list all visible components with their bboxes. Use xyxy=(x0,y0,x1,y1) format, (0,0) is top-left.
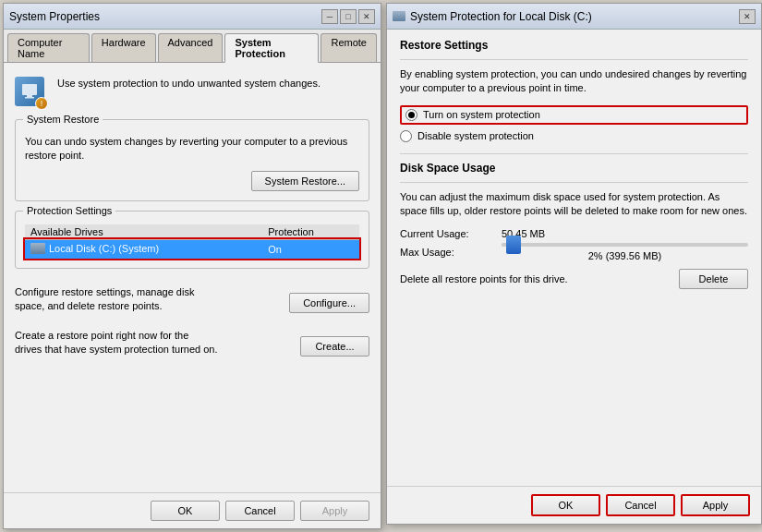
disk-icon xyxy=(30,243,45,254)
intro-area: ! Use system protection to undo unwanted… xyxy=(15,72,369,119)
divider-3 xyxy=(400,182,748,183)
tab-bar: Computer Name Hardware Advanced System P… xyxy=(4,30,381,63)
maximize-button[interactable]: □ xyxy=(340,9,357,24)
current-usage-label: Current Usage: xyxy=(400,228,492,239)
configure-desc: Configure restore settings, manage disk … xyxy=(15,285,218,314)
radio-turn-on-circle xyxy=(405,109,417,121)
minimize-button[interactable]: ─ xyxy=(321,9,338,24)
protection-cell: On xyxy=(262,239,359,259)
left-title-bar: System Properties ─ □ ✕ xyxy=(4,4,381,30)
configure-button[interactable]: Configure... xyxy=(289,293,369,313)
computer-icon xyxy=(20,82,39,101)
create-button[interactable]: Create... xyxy=(300,336,369,357)
close-button[interactable]: ✕ xyxy=(358,9,375,24)
slider-wrapper: 2% (399.56 MB) xyxy=(502,243,748,261)
restore-settings-desc: By enabling system protection, you can u… xyxy=(400,67,748,96)
divider-1 xyxy=(400,59,748,60)
radio-turn-on[interactable]: Turn on system protection xyxy=(400,105,748,125)
radio-disable[interactable]: Disable system protection xyxy=(400,130,748,142)
system-restore-desc: You can undo system changes by reverting… xyxy=(25,135,359,163)
intro-text: Use system protection to undo unwanted s… xyxy=(57,77,321,91)
restore-settings-title: Restore Settings xyxy=(400,39,748,52)
configure-row: Configure restore settings, manage disk … xyxy=(15,285,369,321)
system-properties-dialog: System Properties ─ □ ✕ Computer Name Ha… xyxy=(3,3,381,529)
disk-space-desc: You can adjust the maximum disk space us… xyxy=(400,190,748,219)
system-restore-label: System Restore xyxy=(23,114,103,125)
delete-text: Delete all restore points for this drive… xyxy=(400,273,568,284)
system-icon-badge: ! xyxy=(35,97,48,110)
drive-cell: Local Disk (C:) (System) xyxy=(25,239,262,259)
radio-disable-label: Disable system protection xyxy=(417,130,534,141)
right-cancel-button[interactable]: Cancel xyxy=(606,494,675,516)
right-ok-button[interactable]: OK xyxy=(531,494,600,516)
delete-row: Delete all restore points for this drive… xyxy=(400,269,748,289)
create-desc: Create a restore point right now for the… xyxy=(15,329,218,357)
tab-remote[interactable]: Remote xyxy=(321,33,377,62)
left-dialog-title-text: System Properties xyxy=(9,10,100,23)
right-dialog-footer: OK Cancel Apply xyxy=(387,486,761,524)
max-usage-label: Max Usage: xyxy=(400,247,492,258)
max-usage-row: Max Usage: 2% (399.56 MB) xyxy=(400,243,748,261)
tab-system-protection[interactable]: System Protection xyxy=(224,33,319,63)
tab-hardware[interactable]: Hardware xyxy=(91,33,156,62)
right-close-button[interactable]: ✕ xyxy=(739,9,756,24)
left-ok-button[interactable]: OK xyxy=(151,501,220,521)
system-icon: ! xyxy=(15,77,48,110)
right-apply-button[interactable]: Apply xyxy=(681,494,750,516)
left-cancel-button[interactable]: Cancel xyxy=(225,501,295,521)
svg-rect-1 xyxy=(27,95,32,97)
system-protection-dialog: System Protection for Local Disk (C:) ✕ … xyxy=(386,3,762,525)
current-usage-row: Current Usage: 50.45 MB xyxy=(400,228,748,239)
tab-advanced[interactable]: Advanced xyxy=(158,33,224,62)
slider-thumb[interactable] xyxy=(506,236,521,254)
right-title-bar: System Protection for Local Disk (C:) ✕ xyxy=(387,4,761,30)
drive-name: Local Disk (C:) (System) xyxy=(49,243,159,254)
svg-rect-0 xyxy=(22,84,37,95)
system-restore-button[interactable]: System Restore... xyxy=(251,171,359,191)
protection-settings-label: Protection Settings xyxy=(23,205,115,216)
right-dialog-title-text: System Protection for Local Disk (C:) xyxy=(410,10,592,23)
protection-settings-section: Protection Settings Available Drives Pro… xyxy=(15,211,369,269)
radio-turn-on-label: Turn on system protection xyxy=(423,109,540,120)
right-title-icon xyxy=(393,11,405,21)
left-dialog-content: ! Use system protection to undo unwanted… xyxy=(4,63,381,492)
radio-disable-circle xyxy=(400,130,412,142)
left-apply-button[interactable]: Apply xyxy=(300,501,369,521)
right-dialog-content: Restore Settings By enabling system prot… xyxy=(387,30,761,486)
col-drives: Available Drives xyxy=(25,224,262,240)
system-restore-btn-row: System Restore... xyxy=(25,171,359,191)
slider-track xyxy=(502,243,748,247)
right-title-controls: ✕ xyxy=(739,9,756,24)
svg-rect-2 xyxy=(25,97,34,99)
drive-icon: Local Disk (C:) (System) xyxy=(30,243,159,254)
delete-button[interactable]: Delete xyxy=(679,269,748,289)
right-dialog-title: System Protection for Local Disk (C:) xyxy=(393,10,592,23)
disk-space-title: Disk Space Usage xyxy=(400,162,748,175)
radio-group: Turn on system protection Disable system… xyxy=(400,105,748,142)
system-restore-section: System Restore You can undo system chang… xyxy=(15,119,369,201)
left-dialog-footer: OK Cancel Apply xyxy=(4,492,381,528)
protection-table: Available Drives Protection Local Disk (… xyxy=(25,224,359,259)
slider-pct: 2% (399.56 MB) xyxy=(502,250,748,261)
left-title-controls: ─ □ ✕ xyxy=(321,9,375,24)
left-dialog-title: System Properties xyxy=(9,10,100,23)
create-row: Create a restore point right now for the… xyxy=(15,329,369,365)
table-row[interactable]: Local Disk (C:) (System) On xyxy=(25,239,359,259)
tab-computer-name[interactable]: Computer Name xyxy=(7,33,90,62)
col-protection: Protection xyxy=(262,224,359,240)
divider-2 xyxy=(400,153,748,154)
